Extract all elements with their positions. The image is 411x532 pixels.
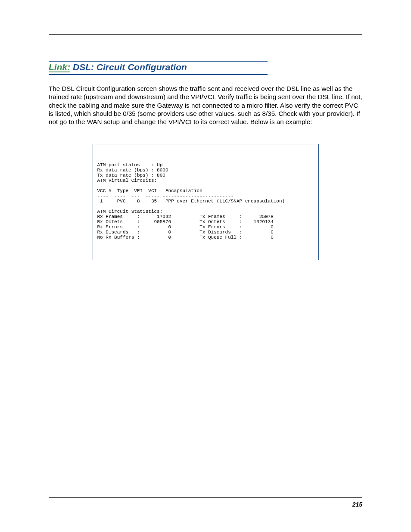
section-heading: Link: DSL: Circuit Configuration bbox=[49, 62, 268, 72]
heading-block: Link: DSL: Circuit Configuration bbox=[49, 61, 268, 75]
page-content: Link: DSL: Circuit Configuration The DSL… bbox=[0, 0, 411, 260]
terminal-output: ATM port status : Up Rx data rate (bps) … bbox=[93, 144, 319, 260]
body-paragraph: The DSL Circuit Configuration screen sho… bbox=[49, 84, 362, 126]
page-number: 215 bbox=[352, 501, 362, 508]
heading-title: DSL: Circuit Configuration bbox=[73, 62, 187, 72]
header-divider bbox=[49, 34, 362, 35]
heading-link-label: Link: bbox=[49, 62, 70, 72]
footer-divider bbox=[49, 497, 362, 498]
